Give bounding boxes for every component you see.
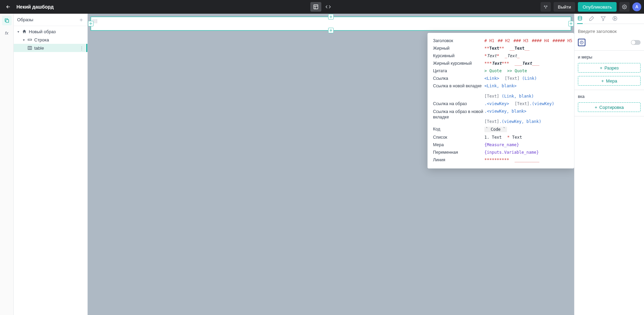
- tree-item-root[interactable]: ▾ Новый образ: [14, 27, 87, 36]
- svg-rect-0: [314, 5, 318, 9]
- info-badge[interactable]: [578, 39, 585, 46]
- back-button[interactable]: [3, 1, 14, 12]
- right-panel: и меры + Разрез + Мера вка + Сортировка: [574, 14, 644, 315]
- add-sort-button[interactable]: + Сортировка: [578, 102, 641, 112]
- svg-point-23: [613, 16, 617, 21]
- center-mode-switch: [310, 2, 334, 12]
- arrow-left-icon: [5, 4, 11, 10]
- plus-icon: +: [600, 65, 603, 71]
- resize-handle-left[interactable]: [88, 21, 94, 26]
- left-panel: Образы ＋ ▾ Новый образ ▾ Строка: [14, 14, 88, 315]
- md-example-bold-italic: ***Text*** ___Text___: [484, 61, 569, 66]
- md-label-link-view-new: Ссылка на образ в новой вкладке: [433, 109, 484, 120]
- separator: [574, 116, 644, 116]
- md-label-bold: Жирный: [433, 46, 484, 51]
- title-toggle[interactable]: [631, 40, 641, 45]
- md-example-quote: > Quote >> Quote: [484, 68, 569, 73]
- md-label-line: Линия: [433, 158, 484, 162]
- md-example-line: ********** __________: [484, 158, 569, 162]
- info-icon: [580, 40, 584, 45]
- tab-style[interactable]: [589, 14, 594, 24]
- svg-point-4: [546, 6, 547, 7]
- resize-handle-right[interactable]: [568, 21, 574, 26]
- canvas[interactable]: Заголовок # H1 ## H2 ### H3 #### H4 ####…: [88, 14, 574, 315]
- caret-down-icon: ▾: [16, 30, 20, 34]
- md-label-heading: Заголовок: [433, 38, 484, 43]
- md-ex-h3: ### H3: [513, 38, 528, 43]
- database-icon: [577, 16, 583, 21]
- copy-icon: [4, 18, 10, 23]
- markdown-help-popover: Заголовок # H1 ## H2 ### H3 #### H4 ####…: [428, 33, 574, 168]
- table-icon: [27, 46, 32, 50]
- plus-icon: [569, 22, 573, 25]
- plus-icon: +: [595, 105, 597, 110]
- left-rail: fx: [0, 14, 14, 315]
- plus-icon: +: [601, 78, 604, 84]
- logout-button[interactable]: Выйти: [554, 2, 575, 12]
- md-example-list: 1. Text * Text: [484, 135, 569, 140]
- add-mera-button[interactable]: + Мера: [578, 76, 641, 86]
- add-mera-label: Мера: [606, 78, 617, 84]
- share-icon: [543, 4, 548, 9]
- md-label-list: Список: [433, 135, 484, 140]
- tab-actions[interactable]: [612, 14, 618, 24]
- md-label-measure: Мера: [433, 142, 484, 147]
- md-label-link-new: Ссылка в новой вкладке: [433, 84, 484, 88]
- topbar-right: Выйти Опубликовать A: [541, 2, 641, 12]
- plus-icon: [329, 15, 333, 18]
- tab-data[interactable]: [577, 14, 583, 24]
- md-label-variable: Переменная: [433, 150, 484, 155]
- md-example-variable: {inputs.Variable_name}: [484, 150, 569, 155]
- md-example-link-view: .<viewKey> [Text].(viewKey): [484, 101, 569, 106]
- add-razrez-button[interactable]: + Разрез: [578, 63, 641, 73]
- avatar[interactable]: A: [632, 2, 641, 11]
- dashboard-title: Некий дашборд: [16, 4, 54, 10]
- rail-formula-button[interactable]: fx: [2, 28, 12, 38]
- md-label-quote: Цитата: [433, 68, 484, 73]
- settings-button[interactable]: [619, 2, 630, 12]
- title-visibility-row: [578, 39, 641, 46]
- md-example-measure: {Measure_name}: [484, 142, 569, 147]
- left-panel-title: Образы: [17, 17, 33, 22]
- add-view-button[interactable]: ＋: [78, 17, 84, 23]
- md-ex-h1: # H1: [484, 38, 494, 43]
- row-icon: [27, 37, 32, 42]
- tab-filter[interactable]: [600, 14, 606, 24]
- code-mode-button[interactable]: [323, 2, 334, 12]
- md-label-code: Код: [433, 127, 484, 131]
- layout-mode-button[interactable]: [310, 2, 321, 12]
- caret-down-icon: ▾: [22, 38, 25, 42]
- add-razrez-label: Разрез: [605, 65, 619, 71]
- md-example-heading: # H1 ## H2 ### H3 #### H4 ##### H5: [484, 38, 572, 43]
- share-button[interactable]: [541, 2, 551, 12]
- publish-button[interactable]: Опубликовать: [578, 2, 617, 12]
- add-sort-label: Сортировка: [599, 105, 624, 110]
- tree-item-menu-button[interactable]: ⋮: [79, 46, 84, 51]
- md-label-link-view: Ссылка на образ: [433, 101, 484, 106]
- filter-icon: [600, 16, 606, 21]
- md-ex-h5: ##### H5: [553, 38, 572, 43]
- layout-icon: [313, 4, 319, 10]
- tree-item-table[interactable]: table ⋮: [14, 44, 87, 52]
- tree-label: Новый образ: [29, 29, 56, 34]
- svg-point-7: [624, 6, 625, 8]
- svg-marker-24: [615, 17, 616, 19]
- element-title-input[interactable]: [578, 27, 641, 35]
- rail-views-button[interactable]: [2, 16, 12, 25]
- right-panel-body: и меры + Разрез + Мера вка + Сортировка: [574, 24, 644, 120]
- left-panel-header: Образы ＋: [14, 14, 87, 26]
- selected-element[interactable]: [90, 16, 571, 31]
- md-example-code: ` Code `: [484, 127, 569, 132]
- md-ex-h4: #### H4: [532, 38, 549, 43]
- section-label-measures: и меры: [578, 55, 641, 60]
- md-example-link: <Link> [Text] (Link): [484, 76, 569, 81]
- svg-point-3: [544, 6, 545, 7]
- resize-handle-bottom[interactable]: [328, 28, 334, 33]
- tree-item-row[interactable]: ▾ Строка: [14, 36, 87, 44]
- resize-handle-top[interactable]: [328, 14, 334, 20]
- md-example-link-view-new: .<viewKey, blank> [Text].(viewKey, blank…: [484, 109, 569, 124]
- svg-marker-22: [601, 16, 605, 21]
- topbar: Некий дашборд Выйти Опубликовать A: [0, 0, 644, 14]
- section-label-sort: вка: [578, 94, 641, 99]
- plus-icon: [329, 29, 333, 32]
